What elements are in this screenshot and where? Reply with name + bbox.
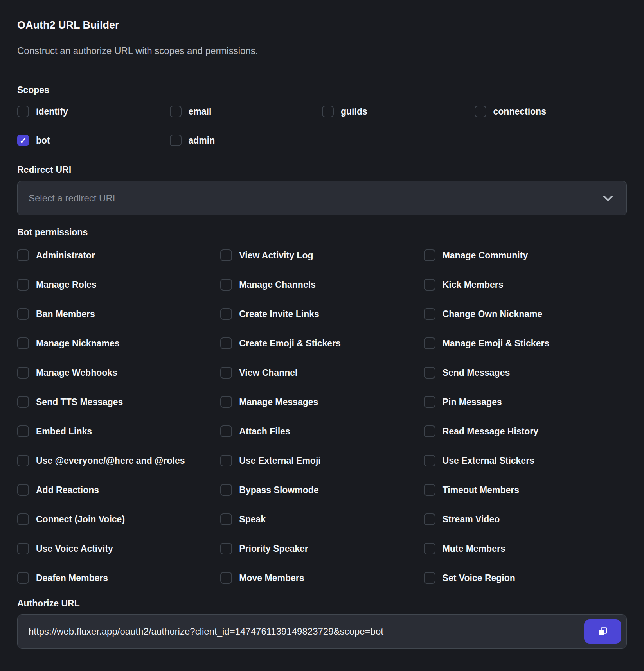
permission-checkbox-row[interactable]: Use External Emoji xyxy=(220,455,423,466)
permission-label: Manage Nicknames xyxy=(36,338,119,349)
checkbox-icon xyxy=(424,308,435,320)
oauth2-url-builder-panel: OAuth2 URL Builder Construct an authoriz… xyxy=(0,0,644,649)
checkbox-icon xyxy=(220,572,232,584)
permission-checkbox-row[interactable]: Change Own Nickname xyxy=(424,308,627,320)
permission-label: Mute Members xyxy=(443,544,505,554)
permission-label: Bypass Slowmode xyxy=(239,485,318,495)
permission-label: Use External Stickers xyxy=(443,456,534,466)
checkbox-icon xyxy=(424,337,435,349)
permission-checkbox-row[interactable]: Manage Channels xyxy=(220,279,423,291)
permission-label: Move Members xyxy=(239,573,304,583)
checkbox-icon xyxy=(17,279,29,291)
checkbox-icon xyxy=(17,249,29,261)
permission-checkbox-row[interactable]: Manage Community xyxy=(424,249,627,261)
permission-label: View Activity Log xyxy=(239,250,313,261)
permission-checkbox-row[interactable]: Manage Roles xyxy=(17,279,220,291)
chevron-down-icon xyxy=(603,195,613,201)
checkbox-icon xyxy=(17,543,29,554)
redirect-uri-select[interactable]: Select a redirect URI xyxy=(17,181,627,215)
permission-checkbox-row[interactable]: View Activity Log xyxy=(220,249,423,261)
permission-checkbox-row[interactable]: Manage Emoji & Stickers xyxy=(424,337,627,349)
checkbox-icon xyxy=(424,484,435,496)
permission-checkbox-row[interactable]: Send TTS Messages xyxy=(17,396,220,408)
permission-label: Add Reactions xyxy=(36,485,99,495)
checkbox-icon xyxy=(424,367,435,379)
permission-checkbox-row[interactable]: Connect (Join Voice) xyxy=(17,513,220,525)
scope-checkbox-row[interactable]: identify xyxy=(17,106,170,117)
permission-checkbox-row[interactable]: Read Message History xyxy=(424,425,627,437)
permission-checkbox-row[interactable]: Create Emoji & Stickers xyxy=(220,337,423,349)
permission-label: Connect (Join Voice) xyxy=(36,514,125,525)
permission-checkbox-row[interactable]: Stream Video xyxy=(424,513,627,525)
permission-checkbox-row[interactable]: Speak xyxy=(220,513,423,525)
checkbox-icon xyxy=(220,543,232,554)
permission-label: Stream Video xyxy=(443,514,500,525)
scope-checkbox-row[interactable]: admin xyxy=(170,135,322,146)
checkbox-icon xyxy=(220,249,232,261)
copy-url-button[interactable] xyxy=(584,619,621,644)
checkbox-icon xyxy=(220,513,232,525)
permission-label: Pin Messages xyxy=(443,397,502,407)
permission-checkbox-row[interactable]: Timeout Members xyxy=(424,484,627,496)
permission-checkbox-row[interactable]: Set Voice Region xyxy=(424,572,627,584)
scope-checkbox-row[interactable]: bot xyxy=(17,135,170,146)
permission-checkbox-row[interactable]: Deafen Members xyxy=(17,572,220,584)
checkbox-icon xyxy=(220,308,232,320)
permission-checkbox-row[interactable]: Ban Members xyxy=(17,308,220,320)
authorize-url-heading: Authorize URL xyxy=(17,598,627,609)
permission-checkbox-row[interactable]: Administrator xyxy=(17,249,220,261)
checkbox-icon xyxy=(424,396,435,408)
scope-checkbox-row[interactable]: connections xyxy=(475,106,627,117)
checkbox-icon xyxy=(220,396,232,408)
permission-label: Priority Speaker xyxy=(239,544,308,554)
permission-label: Manage Community xyxy=(443,250,528,261)
permission-label: Kick Members xyxy=(443,280,504,290)
permission-label: Create Invite Links xyxy=(239,309,319,319)
permission-checkbox-row[interactable]: Embed Links xyxy=(17,425,220,437)
scope-label: guilds xyxy=(341,106,367,117)
permission-checkbox-row[interactable]: Pin Messages xyxy=(424,396,627,408)
scope-label: bot xyxy=(36,135,50,146)
checkbox-icon xyxy=(424,513,435,525)
checkbox-icon xyxy=(220,484,232,496)
permission-checkbox-row[interactable]: View Channel xyxy=(220,367,423,379)
permission-checkbox-row[interactable]: Manage Messages xyxy=(220,396,423,408)
bot-permissions-grid: Administrator View Activity Log Manage C… xyxy=(17,249,627,584)
checkbox-icon xyxy=(17,484,29,496)
permission-label: Use Voice Activity xyxy=(36,544,113,554)
checkbox-icon xyxy=(220,279,232,291)
permission-label: Manage Emoji & Stickers xyxy=(443,338,550,349)
checkbox-icon xyxy=(220,425,232,437)
copy-icon xyxy=(597,626,608,637)
checkbox-icon xyxy=(424,279,435,291)
permission-checkbox-row[interactable]: Mute Members xyxy=(424,543,627,554)
permission-checkbox-row[interactable]: Bypass Slowmode xyxy=(220,484,423,496)
scope-checkbox-row[interactable]: guilds xyxy=(322,106,475,117)
permission-checkbox-row[interactable]: Kick Members xyxy=(424,279,627,291)
permission-checkbox-row[interactable]: Move Members xyxy=(220,572,423,584)
checkbox-icon xyxy=(17,572,29,584)
checkbox-icon xyxy=(220,367,232,379)
permission-checkbox-row[interactable]: Manage Nicknames xyxy=(17,337,220,349)
permission-checkbox-row[interactable]: Priority Speaker xyxy=(220,543,423,554)
permission-checkbox-row[interactable]: Send Messages xyxy=(424,367,627,379)
checkbox-icon xyxy=(170,135,182,146)
authorize-url-field[interactable]: https://web.fluxer.app/oauth2/authorize?… xyxy=(17,614,627,649)
permission-checkbox-row[interactable]: Manage Webhooks xyxy=(17,367,220,379)
permission-label: Speak xyxy=(239,514,266,525)
permission-checkbox-row[interactable]: Use Voice Activity xyxy=(17,543,220,554)
permission-checkbox-row[interactable]: Attach Files xyxy=(220,425,423,437)
checkbox-icon xyxy=(17,367,29,379)
page-title: OAuth2 URL Builder xyxy=(17,19,627,31)
permission-label: Send TTS Messages xyxy=(36,397,123,407)
permission-checkbox-row[interactable]: Use External Stickers xyxy=(424,455,627,466)
permission-checkbox-row[interactable]: Create Invite Links xyxy=(220,308,423,320)
permission-label: Change Own Nickname xyxy=(443,309,543,319)
scope-checkbox-row[interactable]: email xyxy=(170,106,322,117)
permission-label: Manage Webhooks xyxy=(36,368,117,378)
permission-checkbox-row[interactable]: Use @everyone/@here and @roles xyxy=(17,455,220,466)
permission-label: Timeout Members xyxy=(443,485,519,495)
permission-label: Manage Roles xyxy=(36,280,97,290)
permission-label: Use @everyone/@here and @roles xyxy=(36,456,185,466)
permission-checkbox-row[interactable]: Add Reactions xyxy=(17,484,220,496)
